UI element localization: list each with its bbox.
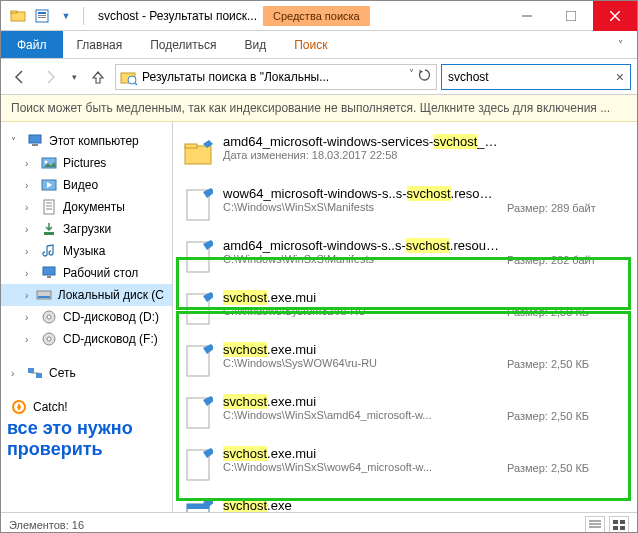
- search-box[interactable]: ×: [441, 64, 631, 90]
- sidebar-item-documents[interactable]: ›Документы: [1, 196, 172, 218]
- svg-rect-7: [566, 11, 576, 21]
- sidebar-item-label: Сеть: [49, 366, 76, 380]
- sidebar-catch[interactable]: Catch!: [1, 396, 172, 418]
- clear-search-icon[interactable]: ×: [616, 69, 624, 85]
- search-input[interactable]: [448, 70, 616, 84]
- expand-icon[interactable]: ›: [25, 334, 35, 345]
- sidebar-item-disk[interactable]: ›Локальный диск (C: [1, 284, 172, 306]
- up-button[interactable]: [85, 64, 111, 90]
- back-button[interactable]: [7, 64, 33, 90]
- result-item[interactable]: svchost.exe.muiC:\Windows\SysWOW64\ru-RU…: [179, 336, 631, 388]
- svg-rect-18: [44, 200, 54, 214]
- window-title: svchost - Результаты поиск...: [98, 9, 257, 23]
- sidebar-network[interactable]: › Сеть: [1, 362, 172, 384]
- result-item[interactable]: svchost.exeC:\Windows\SysWOW64Размер: 39…: [179, 492, 631, 512]
- address-bar[interactable]: Результаты поиска в "Локальны... ˅: [115, 64, 437, 90]
- tab-view[interactable]: Вид: [230, 31, 280, 58]
- documents-icon: [41, 199, 57, 215]
- quick-access-toolbar: ▼: [1, 5, 94, 27]
- svg-rect-5: [38, 17, 46, 18]
- forward-button[interactable]: [37, 64, 63, 90]
- expand-icon[interactable]: ›: [25, 290, 30, 301]
- svg-rect-36: [185, 144, 197, 148]
- computer-icon: [27, 133, 43, 149]
- result-size: Размер: 2,50 КБ: [507, 394, 627, 422]
- svg-point-28: [47, 315, 51, 319]
- expand-icon[interactable]: ›: [25, 202, 35, 213]
- svg-rect-51: [613, 520, 618, 524]
- expand-icon[interactable]: ›: [25, 246, 35, 257]
- svg-rect-13: [29, 135, 41, 143]
- sidebar-item-cd[interactable]: ›CD-дисковод (F:): [1, 328, 172, 350]
- ribbon-expand-icon[interactable]: ˅: [604, 31, 637, 58]
- file-tab[interactable]: Файл: [1, 31, 63, 58]
- recent-locations-dropdown[interactable]: ▾: [67, 64, 81, 90]
- search-folder-icon: [120, 68, 138, 86]
- sidebar-item-pictures[interactable]: ›Pictures: [1, 152, 172, 174]
- expand-icon[interactable]: ›: [25, 224, 35, 235]
- svg-point-30: [47, 337, 51, 341]
- sidebar-item-desktop[interactable]: ›Рабочий стол: [1, 262, 172, 284]
- sidebar-item-cd[interactable]: ›CD-дисковод (D:): [1, 306, 172, 328]
- result-path: C:\Windows\WinSxS\amd64_microsoft-w...: [223, 409, 499, 421]
- svg-rect-54: [620, 526, 625, 530]
- breadcrumb-dropdown-icon[interactable]: ˅: [409, 68, 414, 85]
- pictures-icon: [41, 155, 57, 171]
- tab-home[interactable]: Главная: [63, 31, 137, 58]
- search-tools-tab[interactable]: Средства поиска: [263, 6, 370, 26]
- ribbon-tabs: Файл Главная Поделиться Вид Поиск ˅: [1, 31, 637, 59]
- folder-icon[interactable]: [7, 5, 29, 27]
- result-item[interactable]: amd64_microsoft-windows-s..s-svchost.res…: [179, 232, 631, 284]
- results-pane[interactable]: amd64_microsoft-windows-services-svchost…: [173, 122, 637, 512]
- sidebar-item-music[interactable]: ›Музыка: [1, 240, 172, 262]
- result-item[interactable]: svchost.exe.muiC:\Windows\WinSxS\amd64_m…: [179, 388, 631, 440]
- result-item[interactable]: svchost.exe.muiC:\Windows\WinSxS\wow64_m…: [179, 440, 631, 492]
- svg-rect-26: [38, 296, 50, 298]
- disk-icon: [36, 287, 52, 303]
- expand-icon[interactable]: ›: [11, 368, 21, 379]
- result-path: C:\Windows\WinSxS\Manifests: [223, 253, 499, 265]
- result-size: Размер: 2,50 КБ: [507, 446, 627, 474]
- tab-share[interactable]: Поделиться: [136, 31, 230, 58]
- sidebar-item-label: Музыка: [63, 244, 105, 258]
- result-item[interactable]: amd64_microsoft-windows-services-svchost…: [179, 128, 631, 180]
- file-icon: [183, 342, 215, 382]
- sidebar-item-video[interactable]: ›Видео: [1, 174, 172, 196]
- icons-view-button[interactable]: [609, 516, 629, 534]
- result-name: svchost.exe.mui: [223, 446, 499, 461]
- svg-rect-24: [47, 276, 51, 278]
- svg-rect-53: [613, 526, 618, 530]
- result-name: svchost.exe: [223, 498, 499, 512]
- expand-icon[interactable]: ˅: [11, 136, 21, 147]
- minimize-button[interactable]: [505, 1, 549, 31]
- result-path: C:\Windows\SysWOW64\ru-RU: [223, 357, 499, 369]
- status-bar: Элементов: 16: [1, 512, 637, 533]
- tab-search[interactable]: Поиск: [280, 31, 341, 58]
- close-button[interactable]: [593, 1, 637, 31]
- expand-icon[interactable]: ›: [25, 158, 35, 169]
- maximize-button[interactable]: [549, 1, 593, 31]
- details-view-button[interactable]: [585, 516, 605, 534]
- refresh-icon[interactable]: [418, 68, 432, 85]
- svg-rect-4: [38, 15, 46, 16]
- sidebar-item-label: Загрузки: [63, 222, 111, 236]
- expand-icon[interactable]: ›: [25, 312, 35, 323]
- result-size: Размер: 39,9 КБ: [507, 498, 627, 512]
- downloads-icon: [41, 221, 57, 237]
- properties-icon[interactable]: [31, 5, 53, 27]
- svg-rect-1: [11, 11, 17, 13]
- sidebar-this-pc[interactable]: ˅ Этот компьютер: [1, 130, 172, 152]
- result-name: svchost.exe.mui: [223, 290, 499, 305]
- expand-icon[interactable]: ›: [25, 268, 35, 279]
- result-size: [507, 134, 627, 150]
- result-size: Размер: 282 байт: [507, 238, 627, 266]
- expand-icon[interactable]: ›: [25, 180, 35, 191]
- qat-dropdown-icon[interactable]: ▼: [55, 5, 77, 27]
- sidebar-item-downloads[interactable]: ›Загрузки: [1, 218, 172, 240]
- sidebar-item-label: Документы: [63, 200, 125, 214]
- result-path: C:\Windows\WinSxS\wow64_microsoft-w...: [223, 461, 499, 473]
- result-item[interactable]: wow64_microsoft-windows-s..s-svchost.res…: [179, 180, 631, 232]
- result-item[interactable]: svchost.exe.muiC:\Windows\System32\ru-RU…: [179, 284, 631, 336]
- indexing-info-bar[interactable]: Поиск может быть медленным, так как инде…: [1, 95, 637, 122]
- svg-rect-22: [44, 232, 54, 235]
